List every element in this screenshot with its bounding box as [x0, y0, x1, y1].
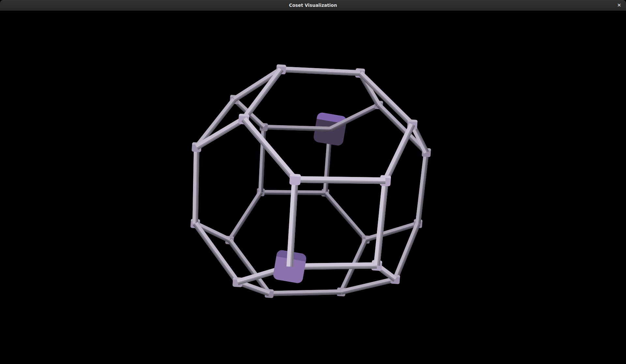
- coset-3d-viewport[interactable]: [0, 11, 626, 364]
- close-icon: ✕: [617, 2, 621, 8]
- titlebar[interactable]: Coset Visualization ✕: [0, 0, 626, 11]
- app-window: Coset Visualization ✕: [0, 0, 626, 364]
- close-button[interactable]: ✕: [615, 1, 623, 9]
- window-title: Coset Visualization: [289, 3, 337, 8]
